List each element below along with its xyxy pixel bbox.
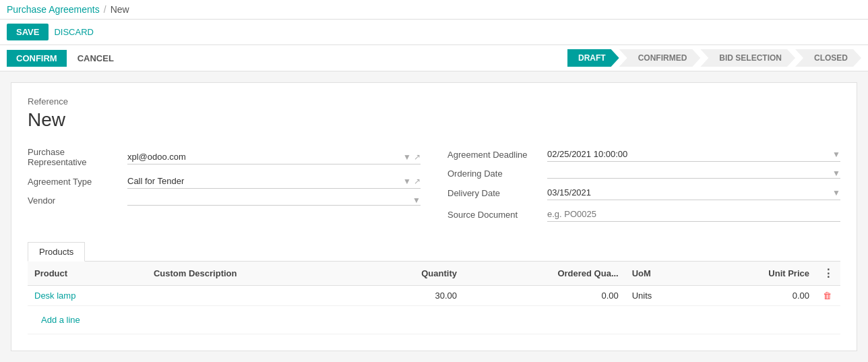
breadcrumb-separator: / (104, 4, 106, 15)
form-right: Agreement Deadline 02/25/2021 10:00:00 ▼… (447, 147, 840, 229)
delivery-date-dropdown-icon[interactable]: ▼ (832, 188, 840, 198)
col-description: Custom Description (147, 262, 357, 286)
status-closed[interactable]: CLOSED (795, 49, 861, 67)
breadcrumb-bar: Purchase Agreements / New (0, 0, 868, 20)
col-unit-price: Unit Price (698, 262, 816, 286)
source-document-row: Source Document (447, 207, 840, 222)
save-button[interactable]: SAVE (7, 24, 49, 40)
cell-description[interactable] (147, 286, 357, 306)
cell-unit-price: 0.00 (698, 286, 816, 306)
vendor-row: Vendor ▼ (28, 195, 421, 206)
breadcrumb-current: New (111, 4, 129, 15)
status-bar: CONFIRM CANCEL DRAFT CONFIRMED BID SELEC… (0, 45, 868, 71)
agreement-type-row: Agreement Type Call for Tender ▼ ↗ (28, 174, 421, 189)
ordering-date-field[interactable]: ▼ (547, 169, 840, 179)
vendor-field[interactable]: ▼ (127, 195, 421, 206)
agreement-deadline-dropdown-icon[interactable]: ▼ (832, 150, 840, 159)
status-pipeline: DRAFT CONFIRMED BID SELECTION CLOSED (567, 49, 861, 67)
delete-row-icon[interactable]: 🗑 (823, 291, 832, 301)
ordering-date-dropdown-icon[interactable]: ▼ (832, 169, 840, 178)
purchase-representative-ext-link-icon[interactable]: ↗ (414, 152, 421, 162)
reference-label: Reference (28, 96, 840, 107)
purchase-representative-row: Purchase Representative xpl@odoo.com ▼ ↗ (28, 147, 421, 167)
cell-product: Desk lamp (28, 286, 147, 306)
purchase-representative-dropdown-icon[interactable]: ▼ (403, 152, 411, 162)
table-row: Desk lamp 30.00 0.00 Units 0. (28, 286, 840, 306)
cell-ordered-qty-value: 0.00 (601, 291, 618, 301)
cell-ordered-qty: 0.00 (464, 286, 625, 306)
table-header-row: Product Custom Description Quantity Orde… (28, 262, 840, 286)
status-draft[interactable]: DRAFT (567, 49, 619, 67)
col-product: Product (28, 262, 147, 286)
status-draft-label: DRAFT (578, 53, 606, 63)
agreement-deadline-label: Agreement Deadline (447, 150, 542, 160)
cell-delete[interactable]: 🗑 (816, 286, 840, 306)
agreement-type-value: Call for Tender (127, 174, 400, 188)
cancel-button[interactable]: CANCEL (71, 50, 121, 67)
status-confirmed-label: CONFIRMED (638, 53, 687, 63)
add-line-cell: Add a line (28, 306, 840, 334)
agreement-deadline-field[interactable]: 02/25/2021 10:00:00 ▼ (547, 147, 840, 162)
col-actions-menu[interactable]: ⋮ (816, 262, 840, 286)
add-line-row: Add a line (28, 306, 840, 334)
tab-products[interactable]: Products (28, 242, 85, 262)
col-uom: UoM (625, 262, 698, 286)
ordering-date-value (547, 171, 830, 175)
add-line-button[interactable]: Add a line (34, 311, 87, 329)
form-card: Reference New Purchase Representative xp… (11, 82, 857, 351)
source-document-input[interactable] (547, 207, 840, 221)
status-actions: CONFIRM CANCEL (7, 50, 121, 67)
form-left: Purchase Representative xpl@odoo.com ▼ ↗… (28, 147, 421, 229)
cell-quantity: 30.00 (357, 286, 464, 306)
cell-uom: Units (625, 286, 698, 306)
status-bid-selection-label: BID SELECTION (719, 53, 782, 63)
agreement-type-field[interactable]: Call for Tender ▼ ↗ (127, 174, 421, 189)
vendor-label: Vendor (28, 195, 122, 206)
delivery-date-row: Delivery Date 03/15/2021 ▼ (447, 185, 840, 200)
ordering-date-label: Ordering Date (447, 169, 542, 179)
action-bar: SAVE DISCARD (0, 20, 868, 45)
breadcrumb: Purchase Agreements / New (7, 4, 129, 15)
vendor-value (127, 198, 410, 202)
source-document-field[interactable] (547, 207, 840, 222)
agreement-type-ext-link-icon[interactable]: ↗ (414, 177, 421, 186)
agreement-type-dropdown-icon[interactable]: ▼ (403, 177, 411, 186)
source-document-label: Source Document (447, 210, 542, 220)
product-link[interactable]: Desk lamp (34, 291, 75, 301)
breadcrumb-parent[interactable]: Purchase Agreements (7, 4, 100, 15)
ordering-date-row: Ordering Date ▼ (447, 169, 840, 179)
col-ordered-qty: Ordered Qua... (464, 262, 625, 286)
delivery-date-label: Delivery Date (447, 188, 542, 198)
confirm-button[interactable]: CONFIRM (7, 50, 67, 67)
purchase-representative-value: xpl@odoo.com (127, 150, 400, 164)
table-column-menu-icon[interactable]: ⋮ (823, 268, 834, 279)
vendor-dropdown-icon[interactable]: ▼ (412, 195, 421, 205)
agreement-deadline-value: 02/25/2021 10:00:00 (547, 147, 830, 161)
agreement-type-label: Agreement Type (28, 177, 122, 187)
cell-quantity-value: 30.00 (435, 291, 457, 301)
tabs: Products (28, 242, 840, 262)
purchase-representative-label: Purchase Representative (28, 147, 122, 167)
cell-uom-value: Units (632, 291, 652, 301)
products-table: Product Custom Description Quantity Orde… (28, 262, 840, 334)
main-content: Reference New Purchase Representative xp… (0, 71, 868, 362)
purchase-representative-field[interactable]: xpl@odoo.com ▼ ↗ (127, 150, 421, 164)
agreement-deadline-row: Agreement Deadline 02/25/2021 10:00:00 ▼ (447, 147, 840, 162)
discard-button[interactable]: DISCARD (54, 27, 94, 37)
tab-products-label: Products (39, 247, 73, 257)
col-quantity: Quantity (357, 262, 464, 286)
form-section: Purchase Representative xpl@odoo.com ▼ ↗… (28, 147, 840, 229)
delivery-date-field[interactable]: 03/15/2021 ▼ (547, 185, 840, 200)
status-bid-selection[interactable]: BID SELECTION (700, 49, 795, 67)
delivery-date-value: 03/15/2021 (547, 185, 830, 200)
reference-value: New (28, 109, 840, 131)
status-confirmed[interactable]: CONFIRMED (619, 49, 701, 67)
status-closed-label: CLOSED (814, 53, 848, 63)
cell-unit-price-value: 0.00 (793, 291, 809, 301)
